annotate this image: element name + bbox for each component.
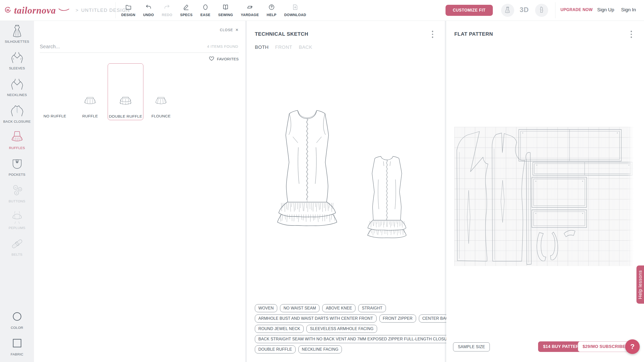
tag-round-jewel-neck[interactable]: ROUND JEWEL NECK xyxy=(255,325,304,333)
help-fab-button[interactable]: ? xyxy=(625,339,640,354)
ruffle-options-panel: CLOSE ✕ 4 ITEMS FOUND FAVORITES NO RUFFL… xyxy=(34,21,245,362)
tag-woven[interactable]: WOVEN xyxy=(255,304,277,312)
header-divider xyxy=(555,3,555,18)
tag-row: ROUND JEWEL NECKSLEEVELESS ARMHOLE FACIN… xyxy=(255,325,474,333)
tool-design[interactable]: DESIGN xyxy=(121,4,135,17)
favorites-label: FAVORITES xyxy=(217,57,239,61)
3d-mode-label[interactable]: 3D xyxy=(518,6,531,14)
tag-double-ruffle[interactable]: DOUBLE RUFFLE xyxy=(255,345,296,353)
tool-specs[interactable]: SPECS xyxy=(180,4,192,17)
sidebar-item-necklines[interactable]: NECKLINES xyxy=(0,76,34,103)
sketch-mode-toggle[interactable] xyxy=(501,4,514,17)
close-label: CLOSE xyxy=(220,28,233,32)
upgrade-now-link[interactable]: UPGRADE NOW xyxy=(560,8,593,12)
tag-sleeveless-armhole-facing[interactable]: SLEEVELESS ARMHOLE FACING xyxy=(306,325,377,333)
tab-front[interactable]: FRONT xyxy=(275,44,292,50)
back-zipper-icon xyxy=(10,103,24,118)
tag-no-waist-seam[interactable]: NO WAIST SEAM xyxy=(280,304,319,312)
pattern-pieces xyxy=(454,127,634,266)
tool-undo[interactable]: UNDO xyxy=(143,4,154,17)
sketch-view-tabs: BOTHFRONTBACK xyxy=(255,44,312,50)
flounce-icon xyxy=(151,96,171,106)
breadcrumb-separator: > xyxy=(75,8,79,13)
pocket-icon xyxy=(10,156,24,171)
favorites-filter[interactable]: FAVORITES xyxy=(209,56,239,62)
close-panel-button[interactable]: CLOSE ✕ xyxy=(220,28,239,32)
dress-icon xyxy=(504,6,511,15)
design-feature-tags: WOVENNO WAIST SEAMABOVE KNEESTRAIGHTARMH… xyxy=(255,304,474,353)
sidebar-item-buttons[interactable]: BUTTONS xyxy=(0,182,34,209)
tailornova-app: tailornova > UNTITLED DESIGN DESIGN UNDO… xyxy=(0,0,644,362)
tag-row: BACK STRAIGHT SEAM WITH NO BACK VENT AND… xyxy=(255,335,474,343)
option-flounce[interactable]: FLOUNCE xyxy=(143,63,179,120)
sleeves-icon xyxy=(10,49,24,65)
tool-ease[interactable]: EASE xyxy=(200,4,210,17)
question-icon xyxy=(268,4,275,12)
pattern-grid xyxy=(454,127,634,266)
ruffle-double-icon xyxy=(116,96,135,106)
fabric-roll-icon xyxy=(247,4,253,12)
tag-above-knee[interactable]: ABOVE KNEE xyxy=(322,304,355,312)
sidebar-item-fabric[interactable]: FABRIC xyxy=(0,335,34,362)
buttons-icon xyxy=(10,182,24,198)
tag-row: WOVENNO WAIST SEAMABOVE KNEESTRAIGHT xyxy=(255,304,474,312)
customize-fit-button[interactable]: CUSTOMIZE FIT xyxy=(446,5,493,16)
pattern-mode-toggle[interactable] xyxy=(535,4,548,17)
option-no-ruffle[interactable]: NO RUFFLE xyxy=(37,63,72,120)
redo-icon xyxy=(164,4,170,12)
logo[interactable]: tailornova > UNTITLED DESIGN xyxy=(4,0,130,21)
neckline-icon xyxy=(10,76,24,92)
technical-sketch-title: TECHNICAL SKETCH xyxy=(255,31,308,37)
help-lessons-label: Help lessons xyxy=(637,270,643,299)
logo-swirl-icon xyxy=(4,6,12,15)
tool-help[interactable]: HELP xyxy=(267,4,276,17)
tool-yardage[interactable]: YARDAGE xyxy=(241,4,259,17)
tag-back-straight-seam-with-no-back-vent-and-7mm-exposed-zipper-full-length-closure-length[interactable]: BACK STRAIGHT SEAM WITH NO BACK VENT AND… xyxy=(255,335,474,343)
dress-back-sketch xyxy=(364,154,410,238)
subscribe-button[interactable]: $29/MO SUBSCRIBE xyxy=(578,341,630,352)
download-icon xyxy=(292,4,299,12)
ruffle-skirt-icon xyxy=(10,129,24,145)
sidebar-item-back-closure[interactable]: BACK CLOSURE xyxy=(0,103,34,129)
ellipse-icon xyxy=(202,4,209,12)
tool-redo[interactable]: REDO xyxy=(162,4,172,17)
sidebar-item-belts[interactable]: BELTS xyxy=(0,236,34,262)
tag-row: ARMHOLE BUST AND WAIST DARTS WITH CENTER… xyxy=(255,314,474,323)
help-lessons-tab[interactable]: Help lessons xyxy=(636,265,644,304)
sign-in-link[interactable]: Sign In xyxy=(621,7,636,13)
option-ruffle[interactable]: RUFFLE xyxy=(72,63,108,120)
dress-icon xyxy=(10,23,24,38)
tag-neckline-facing[interactable]: NECKLINE FACING xyxy=(298,345,342,353)
tag-armhole-bust-and-waist-darts-with-center-front[interactable]: ARMHOLE BUST AND WAIST DARTS WITH CENTER… xyxy=(255,314,377,323)
kebab-menu-icon[interactable] xyxy=(432,31,433,38)
sidebar-item-silhouettes[interactable]: SILHOUETTES xyxy=(0,23,34,49)
flat-pattern-title: FLAT PATTERN xyxy=(454,31,493,37)
header-divider xyxy=(115,3,116,18)
peplum-icon xyxy=(10,209,24,224)
sidebar-item-pockets[interactable]: POCKETS xyxy=(0,156,34,182)
color-circle-icon xyxy=(10,309,24,324)
flat-pattern-panel: FLAT PATTERN xyxy=(446,21,644,362)
tag-front-zipper[interactable]: FRONT ZIPPER xyxy=(379,314,416,323)
option-double-ruffle[interactable]: DOUBLE RUFFLE xyxy=(108,63,143,120)
sidebar-item-sleeves[interactable]: SLEEVES xyxy=(0,49,34,76)
undo-icon xyxy=(145,4,152,12)
sample-size-button[interactable]: SAMPLE SIZE xyxy=(453,342,490,351)
kebab-menu-icon[interactable] xyxy=(631,31,632,38)
sidebar-item-peplums[interactable]: PEPLUMS xyxy=(0,209,34,236)
toolbar: DESIGN UNDO REDO SPECS EASE SEWING YARDA… xyxy=(121,0,306,21)
ruffle-single-icon xyxy=(80,96,100,106)
tag-straight[interactable]: STRAIGHT xyxy=(358,304,386,312)
none xyxy=(45,96,65,106)
sidebar-item-color[interactable]: COLOR xyxy=(0,309,34,335)
tag-row: DOUBLE RUFFLENECKLINE FACING xyxy=(255,345,474,353)
tab-both[interactable]: BOTH xyxy=(255,44,269,50)
logo-text: tailornova xyxy=(14,5,56,16)
sign-up-link[interactable]: Sign Up xyxy=(597,7,614,13)
tool-download[interactable]: DOWNLOAD xyxy=(284,4,306,17)
technical-sketch-panel: TECHNICAL SKETCH BOTHFRONTBACK xyxy=(247,21,445,362)
tab-back[interactable]: BACK xyxy=(299,44,312,50)
sidebar-item-ruffles[interactable]: RUFFLES xyxy=(0,129,34,156)
book-icon xyxy=(222,4,229,12)
tool-sewing[interactable]: SEWING xyxy=(218,4,233,17)
